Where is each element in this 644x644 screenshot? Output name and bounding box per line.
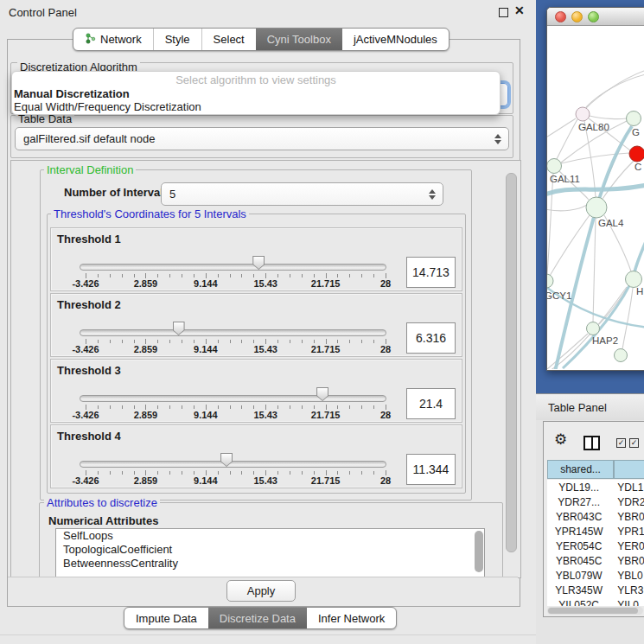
number-of-intervals-combobox[interactable]: 5 bbox=[161, 182, 443, 206]
network-canvas[interactable]: GAL80 G C GAL11 GAL4 GCY1 H HAP2 bbox=[547, 26, 644, 369]
table-row[interactable]: YBL079WYBL0 bbox=[547, 568, 644, 583]
tab-impute-data[interactable]: Impute Data bbox=[124, 608, 208, 628]
threshold-slider-thumb[interactable] bbox=[220, 453, 233, 467]
attribute-item[interactable]: TopologicalCoefficient bbox=[56, 543, 484, 557]
column-header-name[interactable]: n bbox=[614, 460, 644, 479]
table-hscrollbar[interactable] bbox=[547, 607, 643, 615]
minimize-traffic-light-icon[interactable] bbox=[571, 11, 583, 22]
table-row[interactable]: YDL19...YDL1 bbox=[547, 480, 644, 494]
table-row[interactable]: YPR145WYPR1 bbox=[547, 524, 644, 539]
attribute-item[interactable]: BetweennessCentrality bbox=[56, 557, 484, 571]
node-bottom[interactable] bbox=[615, 349, 628, 362]
popup-hint: Select algorithm to view settings bbox=[12, 72, 500, 87]
tab-jactivemnodules[interactable]: jActiveMNodules bbox=[342, 29, 449, 50]
tab-infer-network[interactable]: Infer Network bbox=[307, 608, 396, 628]
threshold-3-box: Threshold 3 -3.4262.8599.14415.4321.7152… bbox=[50, 359, 462, 423]
threshold-slider-thumb[interactable] bbox=[173, 322, 185, 335]
scale-label: 9.144 bbox=[194, 410, 218, 420]
table-data-combobox[interactable]: galFiltered.sif default node bbox=[15, 127, 509, 150]
attribute-item[interactable]: SelfLoops bbox=[56, 529, 484, 543]
threshold-slider-track[interactable] bbox=[80, 395, 386, 402]
tab-select-label: Select bbox=[214, 33, 245, 46]
threshold-slider-track[interactable] bbox=[80, 329, 386, 336]
popup-option-equal-width[interactable]: Equal Width/Frequency Discretization bbox=[12, 100, 500, 113]
node-h[interactable] bbox=[626, 271, 642, 288]
float-window-icon[interactable] bbox=[499, 8, 508, 17]
checkbox-icon[interactable]: ✓ bbox=[616, 438, 626, 448]
scale-label: 21.715 bbox=[311, 344, 341, 354]
node-label: GCY1 bbox=[547, 290, 571, 301]
close-traffic-light-icon[interactable] bbox=[555, 11, 566, 22]
network-window[interactable]: GAL80 G C GAL11 GAL4 GCY1 H HAP2 bbox=[546, 7, 644, 371]
screen: Control Panel ✕ Network Style Select Cyn… bbox=[0, 0, 644, 644]
table-data-value: galFiltered.sif default node bbox=[23, 132, 155, 145]
apply-button[interactable]: Apply bbox=[226, 580, 296, 602]
panel-title: Control Panel bbox=[9, 6, 77, 19]
network-window-titlebar[interactable] bbox=[547, 8, 644, 26]
combo-spinner-icon bbox=[494, 134, 501, 144]
tab-style[interactable]: Style bbox=[154, 29, 202, 50]
node-gal80[interactable] bbox=[576, 107, 590, 121]
tab-cyni-toolbox-label: Cyni Toolbox bbox=[267, 33, 331, 46]
scale-label: -3.426 bbox=[72, 278, 99, 289]
node-table-body: YDL19...YDL1YDR27...YDR2YBR043CYBR0YPR14… bbox=[547, 480, 644, 606]
numerical-attributes-list[interactable]: SelfLoopsTopologicalCoefficientBetweenne… bbox=[55, 528, 485, 578]
table-row[interactable]: YIL052CYIL0 bbox=[547, 597, 644, 606]
attributes-group-title: Attributes to discretize bbox=[44, 496, 160, 509]
tab-discretize-data[interactable]: Discretize Data bbox=[208, 608, 307, 628]
tab-select[interactable]: Select bbox=[202, 29, 256, 50]
list-scrollbar[interactable] bbox=[475, 531, 483, 572]
threshold-label: Threshold 2 bbox=[57, 298, 121, 311]
columns-icon[interactable] bbox=[583, 436, 600, 450]
node-gal4[interactable] bbox=[586, 197, 607, 218]
table-row[interactable]: YBR043CYBR0 bbox=[547, 509, 644, 524]
threshold-value-field[interactable]: 21.4 bbox=[406, 388, 456, 419]
node-gal11[interactable] bbox=[547, 159, 562, 174]
threshold-4-box: Threshold 4 -3.4262.8599.14415.4321.7152… bbox=[50, 424, 462, 488]
threshold-2-box: Threshold 2 -3.4262.8599.14415.4321.7152… bbox=[50, 293, 462, 357]
node-gcy1[interactable] bbox=[547, 274, 553, 288]
tab-cyni-toolbox[interactable]: Cyni Toolbox bbox=[256, 29, 342, 50]
scale-label: 15.43 bbox=[253, 410, 277, 420]
scale-label: 2.859 bbox=[134, 475, 158, 486]
threshold-slider-track[interactable] bbox=[80, 461, 386, 468]
checkbox-icon[interactable]: ✓ bbox=[629, 438, 639, 448]
settings-scrollbar[interactable] bbox=[506, 173, 517, 552]
threshold-slider-thumb[interactable] bbox=[316, 387, 328, 401]
threshold-label: Threshold 1 bbox=[57, 233, 121, 245]
bottom-tab-bar: Impute Data Discretize Data Infer Networ… bbox=[124, 607, 397, 629]
threshold-slider-thumb[interactable] bbox=[252, 256, 265, 270]
close-icon[interactable]: ✕ bbox=[514, 3, 525, 17]
node-selected-red[interactable] bbox=[629, 146, 644, 162]
numerical-attributes-heading: Numerical Attributes bbox=[48, 514, 158, 527]
gear-icon[interactable]: ⚙ bbox=[554, 432, 567, 447]
threshold-value-field[interactable]: 14.713 bbox=[406, 257, 456, 288]
node-label: GAL11 bbox=[550, 174, 580, 184]
tab-jactivemnodules-label: jActiveMNodules bbox=[354, 33, 437, 46]
table-row[interactable]: YER054CYER0 bbox=[547, 539, 644, 553]
threshold-value-field[interactable]: 6.316 bbox=[406, 322, 456, 354]
column-header-shared-name[interactable]: shared... bbox=[547, 460, 614, 479]
threshold-slider-track[interactable] bbox=[80, 264, 386, 271]
scale-label: 21.715 bbox=[311, 410, 341, 420]
node-hap2[interactable] bbox=[587, 322, 600, 335]
scale-label: 15.43 bbox=[253, 278, 277, 289]
table-row[interactable]: YDR27...YDR2 bbox=[547, 494, 644, 509]
desktop-area: GAL80 G C GAL11 GAL4 GCY1 H HAP2 Table P… bbox=[536, 0, 644, 644]
zoom-traffic-light-icon[interactable] bbox=[588, 11, 599, 22]
scale-label: 21.715 bbox=[311, 278, 341, 289]
popup-option-manual[interactable]: Manual Discretization bbox=[12, 87, 500, 100]
threshold-value-field[interactable]: 11.344 bbox=[406, 454, 456, 485]
node-g[interactable] bbox=[627, 112, 641, 126]
node-label: H bbox=[636, 286, 643, 296]
table-row[interactable]: YBR045CYBR0 bbox=[547, 553, 644, 568]
tab-network[interactable]: Network bbox=[73, 29, 154, 50]
network-icon bbox=[85, 33, 96, 47]
node-label: GAL4 bbox=[598, 218, 624, 228]
table-panel-title: Table Panel bbox=[548, 401, 607, 414]
table-row[interactable]: YLR345WYLR3 bbox=[547, 583, 644, 597]
threshold-label: Threshold 3 bbox=[57, 364, 121, 377]
scale-label: 15.43 bbox=[253, 344, 277, 354]
network-graph: GAL80 G C GAL11 GAL4 GCY1 H HAP2 bbox=[547, 26, 644, 369]
algorithm-popup: Select algorithm to view settings Manual… bbox=[11, 71, 501, 115]
